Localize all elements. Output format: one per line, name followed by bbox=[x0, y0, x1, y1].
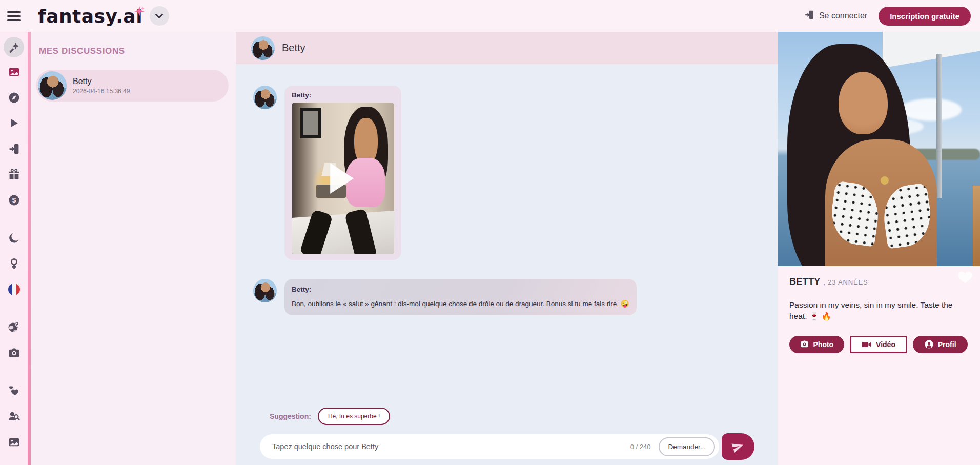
main-area: $ bbox=[0, 32, 980, 465]
video-camera-icon bbox=[862, 341, 871, 348]
sidebar-item-gender[interactable] bbox=[4, 254, 24, 273]
sidebar-item-location[interactable] bbox=[4, 318, 24, 336]
profil-button[interactable]: Profil bbox=[913, 336, 968, 353]
sidebar-item-compass[interactable] bbox=[4, 88, 24, 107]
top-header: fantasy.ai Se connecter Inscription grat… bbox=[0, 0, 980, 32]
avatar[interactable] bbox=[251, 36, 275, 60]
app-logo[interactable]: fantasy.ai bbox=[38, 6, 142, 27]
hamburger-menu-icon[interactable] bbox=[0, 11, 28, 21]
sidebar-item-favorites[interactable] bbox=[4, 381, 24, 400]
favorite-heart-icon[interactable] bbox=[956, 269, 974, 287]
profile-name: BETTY bbox=[789, 276, 821, 287]
sidebar-item-media[interactable] bbox=[4, 433, 24, 451]
logo-dropdown-button[interactable] bbox=[150, 6, 169, 26]
sidebar-item-credits[interactable]: $ bbox=[4, 191, 24, 209]
person-icon bbox=[925, 340, 933, 349]
chat-title: Betty bbox=[282, 42, 305, 54]
camera-icon bbox=[800, 340, 809, 348]
message-input-row: 0 / 240 Demander... bbox=[236, 433, 778, 465]
gift-icon bbox=[8, 169, 20, 180]
magic-wand-icon bbox=[8, 42, 20, 53]
message-bubble-video: Betty: bbox=[284, 86, 401, 260]
female-symbol-icon bbox=[8, 258, 20, 270]
profile-info: BETTY , 23 ANNÉES Passion in my veins, s… bbox=[778, 266, 980, 353]
gallery-icon bbox=[8, 66, 20, 78]
message-sender: Betty: bbox=[292, 285, 629, 295]
message-bubble-text: Betty: Bon, oublions le « salut » gênant… bbox=[284, 279, 637, 315]
profile-photo[interactable] bbox=[778, 32, 980, 266]
suggestion-chip-button[interactable]: Hé, tu es superbe ! bbox=[318, 408, 390, 425]
chat-header: Betty bbox=[236, 32, 778, 64]
sidebar-item-magic-wand[interactable] bbox=[4, 37, 24, 57]
sidebar-item-play[interactable] bbox=[4, 114, 24, 132]
message-input-container: 0 / 240 Demander... bbox=[260, 434, 719, 459]
sidebar-item-gallery[interactable] bbox=[4, 63, 24, 81]
profile-actions: Photo Vidéo Profil bbox=[789, 336, 968, 353]
login-door-icon bbox=[804, 10, 814, 22]
char-counter: 0 / 240 bbox=[630, 443, 651, 451]
sidebar-item-language[interactable] bbox=[4, 280, 24, 298]
ask-button[interactable]: Demander... bbox=[659, 437, 715, 456]
sidebar-item-spy[interactable] bbox=[4, 407, 24, 426]
video-thumbnail[interactable] bbox=[292, 103, 394, 254]
message-list: Betty: bbox=[236, 64, 778, 408]
discussions-panel: MES DISCUSSIONS Betty 2026-04-16 15:36:4… bbox=[31, 32, 236, 465]
discussions-title: MES DISCUSSIONS bbox=[39, 46, 236, 56]
message-input[interactable] bbox=[272, 442, 630, 451]
sidebar-item-camera[interactable] bbox=[4, 343, 24, 362]
exit-door-icon bbox=[8, 143, 20, 155]
dollar-coin-icon: $ bbox=[8, 194, 20, 206]
globe-pin-icon bbox=[8, 321, 20, 333]
avatar[interactable] bbox=[253, 279, 277, 302]
camera-icon bbox=[8, 347, 20, 359]
message-sender: Betty: bbox=[292, 91, 394, 99]
login-label: Se connecter bbox=[819, 11, 867, 21]
avatar[interactable] bbox=[253, 86, 277, 109]
sidebar-item-exit[interactable] bbox=[4, 139, 24, 158]
suggestion-label: Suggestion: bbox=[270, 412, 311, 420]
hearts-icon bbox=[8, 385, 20, 397]
discussion-list-item[interactable]: Betty 2026-04-16 15:36:49 bbox=[36, 70, 229, 102]
sidebar-item-dark-mode[interactable] bbox=[4, 229, 24, 247]
svg-text:$: $ bbox=[12, 196, 16, 204]
suggestion-row: Suggestion: Hé, tu es superbe ! bbox=[236, 408, 778, 425]
sidebar-item-gift[interactable] bbox=[4, 165, 24, 184]
icon-sidebar: $ bbox=[0, 32, 28, 465]
french-flag-icon bbox=[8, 284, 20, 295]
photo-button[interactable]: Photo bbox=[789, 336, 844, 353]
discussion-timestamp: 2026-04-16 15:36:49 bbox=[73, 88, 130, 95]
chevron-down-icon bbox=[155, 10, 164, 18]
avatar bbox=[38, 71, 67, 100]
detective-search-icon bbox=[8, 410, 20, 422]
moon-icon bbox=[8, 232, 20, 244]
video-button[interactable]: Vidéo bbox=[850, 336, 908, 353]
login-link[interactable]: Se connecter bbox=[804, 10, 867, 22]
app-window: fantasy.ai Se connecter Inscription grat… bbox=[0, 0, 980, 465]
chat-panel: Betty Betty: bbox=[236, 32, 778, 465]
message-row: Betty: bbox=[253, 86, 778, 260]
play-icon bbox=[8, 117, 19, 129]
message-row: Betty: Bon, oublions le « salut » gênant… bbox=[253, 279, 778, 315]
play-icon[interactable] bbox=[330, 163, 354, 194]
compass-icon bbox=[8, 92, 20, 104]
gallery-alt-icon bbox=[8, 436, 20, 448]
discussion-name: Betty bbox=[73, 77, 130, 86]
sparkle-icon bbox=[134, 0, 145, 21]
logo-text: fantasy.ai bbox=[38, 6, 142, 27]
profile-age: , 23 ANNÉES bbox=[824, 278, 868, 286]
profile-bio: Passion in my veins, sin in my smile. Ta… bbox=[789, 299, 968, 322]
message-text: Bon, oublions le « salut » gênant : dis-… bbox=[292, 299, 629, 310]
paper-plane-icon bbox=[730, 438, 747, 455]
signup-button[interactable]: Inscription gratuite bbox=[879, 7, 971, 26]
send-button[interactable] bbox=[722, 433, 754, 460]
profile-panel: BETTY , 23 ANNÉES Passion in my veins, s… bbox=[778, 32, 980, 465]
